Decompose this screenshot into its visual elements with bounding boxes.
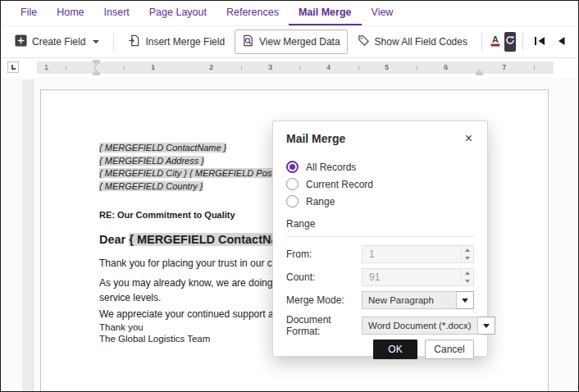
body-paragraph: As you may already know, we are doing ev xyxy=(99,277,285,289)
radio-selected-icon[interactable] xyxy=(286,161,299,173)
from-label: From: xyxy=(286,248,362,260)
radio-all-records[interactable]: All Records xyxy=(286,158,474,175)
right-indent-marker[interactable] xyxy=(476,70,483,75)
ok-button[interactable]: OK xyxy=(373,340,417,359)
left-indent-marker[interactable] xyxy=(93,70,100,75)
preview-magnifier-icon xyxy=(242,34,254,49)
tab-stop-icon xyxy=(11,65,16,70)
mail-merge-dialog: Mail Merge × All Records Current Record … xyxy=(272,121,488,357)
create-field-label: Create Field xyxy=(32,36,85,48)
record-navigation xyxy=(530,32,579,52)
toolbar-separator xyxy=(522,33,523,51)
menu-bar: File Home Insert Page Layout References … xyxy=(1,1,578,26)
first-record-icon xyxy=(534,34,545,49)
vertical-ruler[interactable] xyxy=(22,80,34,391)
body-paragraph: We appreciate your continued support and xyxy=(99,308,285,320)
view-merged-data-button[interactable]: View Merged Data xyxy=(235,30,348,54)
horizontal-ruler[interactable]: 1 1 2 3 4 5 6 7 xyxy=(37,62,554,74)
spin-up-icon[interactable] xyxy=(462,246,473,254)
ruler-number: 4 xyxy=(326,63,331,71)
tab-references[interactable]: References xyxy=(217,1,289,25)
re-subject-line: RE: Our Commitment to Quality xyxy=(99,210,235,220)
signoff-line: Thank you xyxy=(99,322,144,332)
cancel-button[interactable]: Cancel xyxy=(425,340,474,359)
from-input[interactable]: 1 xyxy=(362,245,474,263)
previous-record-icon xyxy=(556,34,566,49)
create-field-button[interactable]: Create Field xyxy=(7,30,107,54)
insert-merge-field-button[interactable]: Insert Merge Field xyxy=(121,30,232,54)
count-value: 91 xyxy=(369,271,380,283)
next-record-button[interactable] xyxy=(572,32,579,52)
update-merged-data-button[interactable] xyxy=(504,32,516,52)
ruler-number: 3 xyxy=(268,63,272,71)
ruler-number: 7 xyxy=(502,63,506,71)
count-spinner[interactable] xyxy=(461,269,473,285)
merge-mode-dropdown[interactable]: New Paragraph xyxy=(362,291,474,309)
body-paragraph: Thank you for placing your trust in our … xyxy=(99,258,277,269)
chevron-down-icon xyxy=(483,324,490,328)
document-format-label: Document Format: xyxy=(286,314,362,337)
previous-record-button[interactable] xyxy=(551,32,571,52)
dropdown-arrow-button[interactable] xyxy=(478,317,495,335)
tab-file[interactable]: File xyxy=(11,1,47,25)
rich-text-editor-window: File Home Insert Page Layout References … xyxy=(0,0,579,392)
merge-field-line[interactable]: { MERGEFIELD Address } xyxy=(99,156,204,166)
tab-insert[interactable]: Insert xyxy=(94,1,139,25)
body-paragraph: service levels. xyxy=(99,292,161,303)
plus-square-icon xyxy=(15,34,27,49)
mail-merge-toolbar: Create Field Insert Merge Field View Mer… xyxy=(1,26,578,58)
merge-field-line[interactable]: { MERGEFIELD Country } xyxy=(99,181,203,191)
insert-merge-field-label: Insert Merge Field xyxy=(145,36,225,48)
insert-field-icon xyxy=(128,34,140,49)
dropdown-arrow-button[interactable] xyxy=(457,291,474,309)
radio-unselected-icon[interactable] xyxy=(286,195,299,207)
merge-mode-value: New Paragraph xyxy=(362,291,457,309)
svg-text:A: A xyxy=(492,34,499,44)
first-line-indent-marker[interactable] xyxy=(93,60,100,66)
update-fields-icon xyxy=(504,34,516,49)
ruler-number: 1 xyxy=(44,63,48,71)
radio-unselected-icon[interactable] xyxy=(286,178,299,190)
chevron-down-icon xyxy=(462,299,468,303)
show-all-field-codes-button[interactable]: Show All Field Codes xyxy=(350,30,475,54)
tab-page-layout[interactable]: Page Layout xyxy=(139,1,217,25)
close-icon[interactable]: × xyxy=(463,132,474,145)
spin-down-icon[interactable] xyxy=(462,254,473,262)
view-merged-data-label: View Merged Data xyxy=(259,36,340,48)
ruler-number: 6 xyxy=(444,63,448,71)
ruler-number: 5 xyxy=(385,63,389,71)
spin-up-icon[interactable] xyxy=(462,269,473,277)
font-color-icon: A xyxy=(489,34,502,50)
section-divider xyxy=(286,236,474,237)
signoff-line: The Global Logistics Team xyxy=(99,334,210,344)
tab-view[interactable]: View xyxy=(362,1,403,25)
count-label: Count: xyxy=(286,271,362,283)
count-input[interactable]: 91 xyxy=(362,268,474,286)
merge-mode-label: Merge Mode: xyxy=(286,294,362,306)
font-color-button[interactable]: A xyxy=(489,31,502,52)
radio-range[interactable]: Range xyxy=(286,193,474,210)
ruler-ticks xyxy=(37,66,554,70)
tab-stop-selector[interactable] xyxy=(7,62,19,73)
tab-home[interactable]: Home xyxy=(47,1,93,25)
toolbar-separator xyxy=(113,33,114,51)
dialog-title: Mail Merge xyxy=(286,132,345,145)
spin-down-icon[interactable] xyxy=(462,277,473,285)
tag-icon xyxy=(358,34,370,49)
ruler-number: 2 xyxy=(209,63,213,71)
tab-mail-merge[interactable]: Mail Merge xyxy=(289,1,362,25)
from-value: 1 xyxy=(369,248,375,260)
ruler-zone: 1 1 2 3 4 5 6 7 xyxy=(1,58,578,78)
radio-current-record[interactable]: Current Record xyxy=(286,175,474,193)
chevron-down-icon xyxy=(93,40,99,43)
range-section-label: Range xyxy=(286,218,315,230)
document-format-value: Word Document (*.docx) xyxy=(362,317,478,335)
toolbar-separator xyxy=(481,33,482,51)
show-all-field-codes-label: Show All Field Codes xyxy=(375,36,467,48)
first-record-button[interactable] xyxy=(530,32,549,52)
from-spinner[interactable] xyxy=(461,246,473,262)
ruler-number: 1 xyxy=(151,63,155,71)
merge-field-line[interactable]: { MERGEFIELD ContactName } xyxy=(99,143,226,153)
document-format-dropdown[interactable]: Word Document (*.docx) xyxy=(362,317,495,335)
